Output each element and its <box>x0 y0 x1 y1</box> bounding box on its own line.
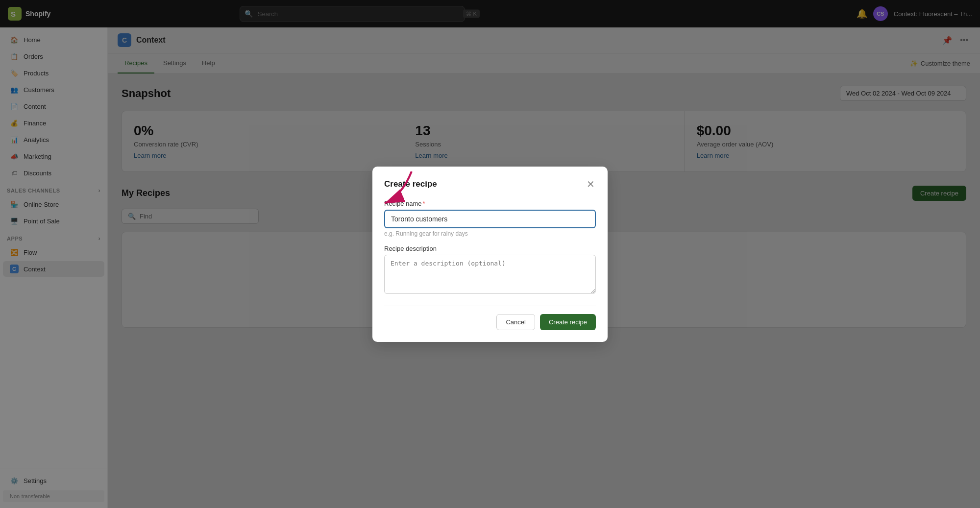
modal-footer: Cancel Create recipe <box>384 306 596 330</box>
modal-close-button[interactable]: ✕ <box>586 178 596 190</box>
recipe-description-textarea[interactable] <box>384 255 596 294</box>
modal-title: Create recipe <box>384 179 437 189</box>
recipe-description-label: Recipe description <box>384 245 596 252</box>
modal-overlay[interactable]: Create recipe ✕ Recipe name* e.g. Runnin… <box>0 0 980 508</box>
modal-header: Create recipe ✕ <box>384 178 596 190</box>
modal-cancel-button[interactable]: Cancel <box>496 314 535 330</box>
modal-create-button[interactable]: Create recipe <box>540 314 596 330</box>
recipe-name-hint: e.g. Running gear for rainy days <box>384 230 596 237</box>
recipe-name-input[interactable] <box>384 210 596 228</box>
create-recipe-modal: Create recipe ✕ Recipe name* e.g. Runnin… <box>372 167 608 342</box>
recipe-name-label: Recipe name* <box>384 200 596 207</box>
required-asterisk: * <box>423 200 425 207</box>
